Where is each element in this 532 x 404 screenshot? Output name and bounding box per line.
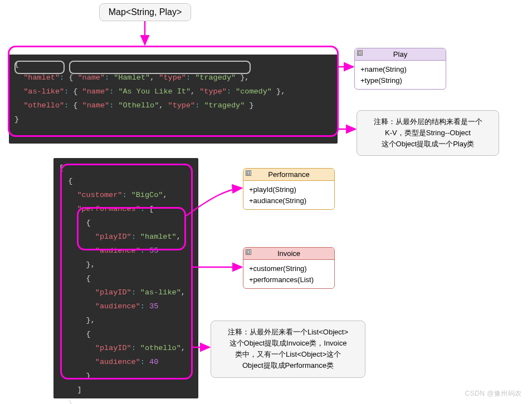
class-invoice-member: +performances(List)	[249, 274, 329, 285]
class-invoice-member: +customer(String)	[249, 263, 329, 274]
collapse-icon: ⊟	[246, 170, 251, 176]
class-play-member: +type(String)	[360, 75, 440, 86]
collapse-icon: ⊟	[357, 50, 363, 56]
collapse-icon: ⊟	[246, 249, 251, 255]
note-invoice-extraction: 注释：从最外层来看一个List<Object> 这个Object提取成Invoi…	[211, 321, 365, 378]
note-play-extraction: 注释：从最外层的结构来看是一个 K-V，类型是String--Object 这个…	[357, 110, 499, 156]
invoice-json-code: [ { "customer": "BigCo", "performances":…	[53, 158, 198, 398]
class-performance-member: +audiance(String)	[249, 195, 329, 206]
plays-json-code: { "hamlet": { "name": "Hamlet", "type": …	[9, 55, 338, 144]
class-invoice: ⊟Invoice +customer(String) +performances…	[243, 247, 335, 289]
class-play-title: Play	[393, 50, 407, 58]
watermark: CSDN @豫州码农	[465, 389, 522, 398]
class-invoice-title: Invoice	[277, 249, 300, 258]
class-performance-member: +playId(String)	[249, 184, 329, 195]
class-play-member: +name(String)	[360, 64, 440, 75]
map-type-label: Map<String, Play>	[109, 7, 182, 17]
map-type-box: Map<String, Play>	[99, 3, 191, 21]
class-play: ⊟Play +name(String) +type(String)	[354, 48, 446, 90]
class-performance-title: Performance	[268, 170, 309, 179]
class-performance: ⊟Performance +playId(String) +audiance(S…	[243, 168, 335, 210]
